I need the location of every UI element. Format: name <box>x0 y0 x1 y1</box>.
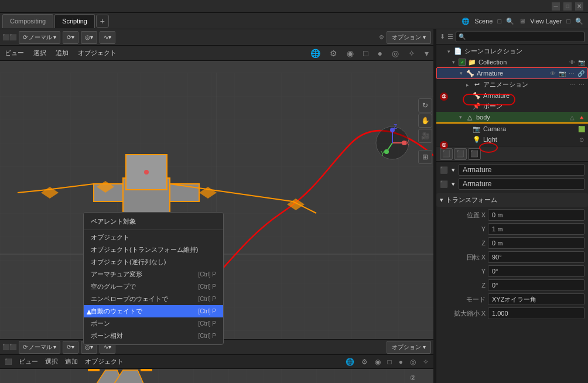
tab-scripting[interactable]: Scripting <box>54 14 95 28</box>
outliner-armature-child[interactable]: 🦴 Armature <box>436 90 588 101</box>
close-btn[interactable]: ✕ <box>575 2 583 11</box>
prop-rotation-x: 回転 X 90° <box>436 250 588 264</box>
title-bar-controls[interactable]: ─ □ ✕ <box>552 2 583 11</box>
prop-position-x: 位置 X 0 m <box>436 208 588 222</box>
context-menu-title: ペアレント対象 <box>84 215 223 230</box>
tool-zoom[interactable]: 🎥 <box>418 129 432 143</box>
rotation-y-value[interactable]: 0° <box>488 265 584 277</box>
prop-rotation-z: Z 0° <box>436 278 588 292</box>
bv-scene[interactable]: イト・平行投影 <box>0 369 433 383</box>
viewport-view-menu[interactable]: ビュー <box>5 49 24 57</box>
armature-icon: 🦴 <box>466 69 474 77</box>
collection-checkbox[interactable]: ✓ <box>459 59 466 66</box>
right-panel: ⬇ ☰ ▾ 📄 シーンコレクション ▾ ✓ 📁 Collection <box>436 29 588 383</box>
cm-item-2[interactable]: オブジェクト(逆行列なし) <box>84 256 223 268</box>
outliner-light[interactable]: 💡 Light ⊙ <box>436 134 588 145</box>
position-y-value[interactable]: 1 m <box>488 223 584 235</box>
scene-label: Scene <box>474 18 493 25</box>
scene-arrow: ▾ <box>446 49 452 54</box>
outliner-camera[interactable]: 📷 Camera 🟩 <box>436 124 588 134</box>
outliner-search[interactable] <box>456 32 584 42</box>
cm-item-4[interactable]: 空のグループで [Ctrl] P <box>84 281 223 293</box>
animation-icon: ↩ <box>473 81 481 89</box>
data-name-field[interactable]: Armature <box>459 178 584 190</box>
svg-rect-42 <box>88 369 100 371</box>
bv-svg <box>0 369 433 383</box>
mode-value[interactable]: XYZオイラー角 <box>488 293 584 305</box>
bv-header: ⬛ ビュー 選択 追加 オブジェクト 🌐 ⚙ ◉ □ ● ◎ ✧ <box>0 355 433 369</box>
light-icon: 💡 <box>473 135 481 143</box>
viewport-object-menu[interactable]: オブジェクト <box>78 49 117 57</box>
bv-options-btn[interactable]: オプション ▾ <box>387 341 431 354</box>
bv-snap-btn[interactable]: ⟳▾ <box>63 341 78 354</box>
maximize-btn[interactable]: □ <box>563 2 572 11</box>
outliner-content: ▾ 📄 シーンコレクション ▾ ✓ 📁 Collection 👁 📷 <box>436 45 588 146</box>
tab-bar: Compositing Scripting + 🌐 Scene □ 🔍 🖥 Vi… <box>0 13 588 29</box>
armature-child-icon: 🦴 <box>473 91 481 100</box>
svg-point-36 <box>384 149 389 154</box>
tab-compositing[interactable]: Compositing <box>2 14 53 28</box>
props-tab-object[interactable]: ⬛ <box>468 148 481 160</box>
viewport-wave-btn[interactable]: ∿▾ <box>100 31 115 44</box>
outliner-scene-collection[interactable]: ▾ 📄 シーンコレクション <box>436 46 588 57</box>
main-container: ⬛⬛ ⟳ ノーマル ▾ ⟳▾ ◎▾ ∿▾ ⚙ オプション ▾ ビュー 選択 追加… <box>0 29 588 383</box>
properties-panel: ⬛ ⬛ ⬛ ⬛ ▾ Armature ⬛ ▾ Armature <box>436 146 588 383</box>
outliner-animation[interactable]: ▸ ↩ アニメーション ⋯ ⋯ <box>436 79 588 90</box>
rotation-z-value[interactable]: 0° <box>488 279 584 291</box>
viewport-prop-btn[interactable]: ◎▾ <box>81 31 97 44</box>
prop-scale: 拡大縮小 X 1.000 <box>436 306 588 320</box>
outliner-body[interactable]: ▾ △ body △ 🔺 <box>436 112 588 124</box>
transform-section[interactable]: ▾ トランスフォーム <box>436 193 588 207</box>
outliner-collection[interactable]: ▾ ✓ 📁 Collection 👁 📷 <box>436 57 588 67</box>
viewport-header: ビュー 選択 追加 オブジェクト 🌐 ⚙ ◉ □ ● ◎ ✧ ▾ <box>0 46 433 61</box>
cm-item-0[interactable]: オブジェクト <box>84 231 223 244</box>
outliner-armature[interactable]: ▾ 🦴 Armature 👁 📷 ⋯ 🔗 <box>436 67 588 79</box>
cm-item-5[interactable]: エンベロープのウェイトで [Ctrl] P <box>84 293 223 305</box>
svg-point-35 <box>402 141 406 145</box>
props-tab-render[interactable]: ⬛ <box>440 148 453 160</box>
bottom-viewport: ⬛⬛ ⟳ ノーマル ▾ ⟳▾ ◎▾ ∿▾ オプション ▾ ⬛ ビュー 選択 追加 <box>0 339 433 383</box>
prop-position-z: Z 0 m <box>436 236 588 250</box>
viewport[interactable]: ⬛⬛ ⟳ ノーマル ▾ ⟳▾ ◎▾ ∿▾ ⚙ オプション ▾ ビュー 選択 追加… <box>0 29 433 383</box>
bv-view-menu[interactable]: ビュー <box>19 357 38 366</box>
context-menu: ペアレント対象 オブジェクト オブジェクト(トランスフォーム維持) オブジェクト… <box>83 212 224 345</box>
outliner: ⬇ ☰ ▾ 📄 シーンコレクション ▾ ✓ 📁 Collection <box>436 29 588 146</box>
collection-icon: 📁 <box>468 58 476 66</box>
bv-add-menu[interactable]: 追加 <box>65 357 78 366</box>
viewport-normal-btn[interactable]: ⟳ ノーマル ▾ <box>19 31 60 44</box>
viewport-add-menu[interactable]: 追加 <box>56 49 69 57</box>
cm-item-1[interactable]: オブジェクト(トランスフォーム維持) <box>84 244 223 256</box>
cm-item-3[interactable]: アーマチュア変形 [Ctrl] P <box>84 268 223 281</box>
viewport-select-menu[interactable]: 選択 <box>33 49 46 57</box>
cm-item-6[interactable]: 自動のウェイトで [Ctrl] P ▲ <box>84 305 223 317</box>
bv-object-menu[interactable]: オブジェクト <box>85 357 124 366</box>
body-icon: △ <box>466 113 474 121</box>
scene-icon: 📄 <box>454 47 462 56</box>
cm-item-8[interactable]: ボーン相対 [Ctrl] P <box>84 330 223 342</box>
tab-add-button[interactable]: + <box>96 15 109 28</box>
object-name-field[interactable]: Armature <box>459 164 584 176</box>
cm-item-7[interactable]: ボーン [Ctrl] P <box>84 317 223 330</box>
viewport-scene[interactable]: X Y Z ペアレント対象 オブジェクト <box>0 61 433 383</box>
position-z-value[interactable]: 0 m <box>488 237 584 249</box>
outliner-toolbar: ⬇ ☰ <box>436 29 588 45</box>
svg-text:Y: Y <box>381 151 385 157</box>
minimize-btn[interactable]: ─ <box>552 2 560 11</box>
position-x-value[interactable]: 0 m <box>488 209 584 221</box>
bone-icon: 📌 <box>473 102 481 111</box>
scale-value[interactable]: 1.000 <box>488 307 584 319</box>
rotation-x-value[interactable]: 90° <box>488 251 584 263</box>
tool-hand[interactable]: ✋ <box>418 114 432 128</box>
bv-normal-btn[interactable]: ⟳ ノーマル ▾ <box>19 341 60 354</box>
viewport-snap-btn[interactable]: ⟳▾ <box>63 31 78 44</box>
props-toolbar: ⬛ ⬛ ⬛ <box>436 146 588 162</box>
camera-icon: 📷 <box>473 125 481 133</box>
bv-select-menu[interactable]: 選択 <box>45 357 58 366</box>
prop-position-y: Y 1 m <box>436 222 588 236</box>
outliner-bone[interactable]: 📌 ボーン <box>436 101 588 112</box>
viewport-options-btn[interactable]: オプション ▾ <box>387 31 431 44</box>
tool-rotate[interactable]: ↻ <box>418 98 432 112</box>
view-layer-label: View Layer <box>530 18 562 25</box>
props-tab-output[interactable]: ⬛ <box>454 148 467 160</box>
tool-grid[interactable]: ⊞ <box>418 150 432 164</box>
